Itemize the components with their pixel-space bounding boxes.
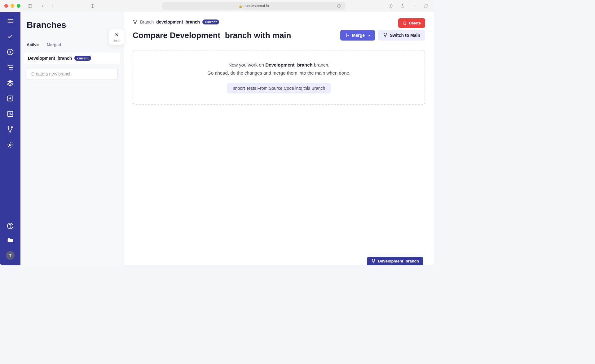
close-panel[interactable]: ✕ [Esc] [109, 29, 124, 45]
gear-icon[interactable] [7, 141, 14, 148]
svg-point-35 [372, 259, 372, 260]
sidebar-nav: T [0, 12, 20, 265]
browser-chrome: 🔒 app.testomat.io [0, 0, 434, 12]
import-icon[interactable] [7, 95, 14, 102]
window-maximize[interactable] [17, 4, 20, 8]
svg-point-33 [386, 33, 386, 34]
list-check-icon[interactable] [7, 64, 14, 71]
svg-point-30 [346, 36, 346, 37]
svg-marker-14 [7, 80, 13, 83]
branch-list-item[interactable]: Development_branch current [24, 53, 120, 64]
svg-point-25 [10, 227, 11, 228]
url-bar[interactable]: 🔒 app.testomat.io [162, 2, 345, 10]
svg-point-27 [136, 20, 137, 21]
left-panel: Branches Active Merged Development_branc… [20, 12, 124, 265]
info-line-1: Now you work on Development_branch branc… [144, 61, 414, 69]
switch-label: Switch to Main [390, 33, 420, 38]
chart-icon[interactable] [7, 110, 14, 117]
main-content: Branch development_branch current Delete… [124, 12, 434, 265]
branch-chip-label: Development_branch [378, 259, 419, 263]
branch-icon[interactable] [7, 126, 14, 133]
tab-active[interactable]: Active [27, 42, 39, 47]
merge-button[interactable]: Merge ▾ [340, 30, 375, 41]
svg-point-23 [9, 144, 11, 146]
svg-point-22 [10, 131, 11, 132]
sidebar-toggle-icon[interactable] [26, 2, 33, 10]
svg-point-36 [374, 259, 375, 260]
share-icon[interactable] [399, 2, 406, 10]
new-branch-input[interactable] [27, 68, 117, 80]
import-tests-button[interactable]: Import Tests From Source Code into this … [227, 83, 331, 93]
merge-icon [345, 33, 350, 37]
download-icon[interactable] [387, 2, 394, 10]
svg-rect-4 [425, 4, 428, 7]
help-icon[interactable] [7, 223, 14, 229]
trash-icon [403, 21, 407, 25]
svg-point-26 [134, 20, 134, 21]
breadcrumb-branch: development_branch [156, 20, 200, 24]
shield-icon[interactable] [89, 2, 96, 10]
branch-badge: current [74, 56, 91, 61]
svg-point-37 [373, 262, 374, 263]
window-minimize[interactable] [11, 4, 14, 8]
tabs: Active Merged [27, 42, 117, 47]
esc-hint: [Esc] [109, 38, 124, 42]
svg-rect-5 [424, 5, 427, 8]
page-title: Branches [27, 20, 117, 30]
check-icon[interactable] [7, 33, 14, 40]
svg-point-28 [135, 23, 136, 24]
new-tab-icon[interactable] [410, 2, 418, 10]
svg-point-34 [385, 37, 386, 37]
compare-heading: Compare Development_branch with main [133, 31, 291, 40]
info-line-2: Go ahead, do the changes and merge them … [144, 69, 414, 77]
tabs-icon[interactable] [422, 2, 430, 10]
switch-to-main-button[interactable]: Switch to Main [378, 30, 425, 41]
play-icon[interactable] [7, 49, 14, 55]
svg-point-29 [346, 34, 346, 34]
branch-icon [383, 33, 387, 37]
close-icon[interactable]: ✕ [109, 32, 124, 38]
breadcrumb-label: Branch [140, 20, 154, 24]
delete-label: Delete [409, 21, 421, 25]
merge-label: Merge [352, 33, 365, 38]
nav-forward-icon[interactable] [49, 2, 56, 10]
svg-point-32 [384, 33, 384, 34]
branch-chip[interactable]: Development_branch [367, 257, 423, 265]
folder-icon[interactable] [7, 237, 14, 244]
window-close[interactable] [4, 4, 8, 8]
lock-icon: 🔒 [239, 4, 242, 8]
svg-point-21 [11, 127, 13, 128]
branch-icon [133, 20, 138, 24]
url-text: app.testomat.io [244, 4, 269, 8]
branch-name: Development_branch [28, 56, 72, 61]
branch-icon [371, 259, 376, 263]
avatar[interactable]: T [6, 251, 15, 260]
layers-icon[interactable] [7, 80, 14, 86]
breadcrumb: Branch development_branch current [133, 20, 425, 24]
reload-icon[interactable] [335, 2, 343, 10]
svg-point-31 [348, 35, 349, 36]
chevron-down-icon: ▾ [368, 34, 370, 37]
tab-merged[interactable]: Merged [47, 42, 61, 47]
svg-marker-10 [10, 51, 11, 53]
traffic-lights [4, 4, 20, 8]
delete-button[interactable]: Delete [398, 18, 425, 28]
nav-back-icon[interactable] [39, 2, 46, 10]
info-box: Now you work on Development_branch branc… [133, 50, 425, 105]
svg-point-20 [8, 127, 9, 128]
breadcrumb-badge: current [202, 20, 219, 24]
menu-icon[interactable] [7, 18, 14, 24]
svg-rect-0 [28, 4, 31, 7]
